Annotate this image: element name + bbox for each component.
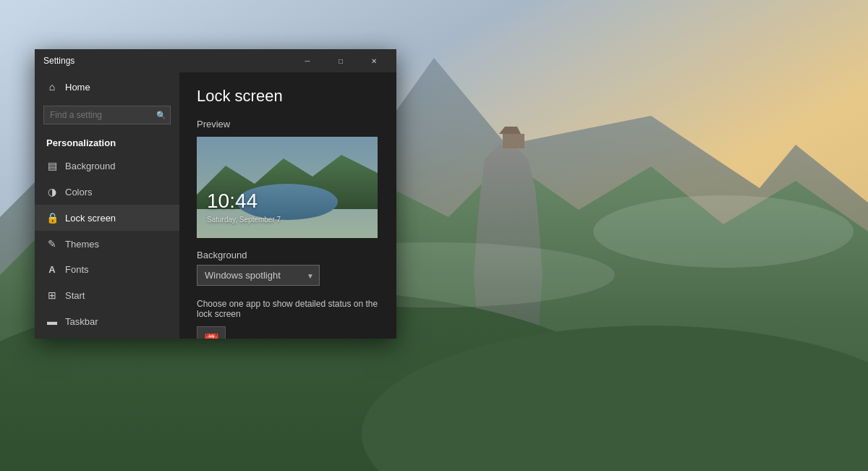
preview-time: 10:44 bbox=[207, 190, 258, 213]
minimize-button[interactable]: ─ bbox=[291, 49, 324, 72]
sidebar-item-lock-screen[interactable]: 🔒 Lock screen bbox=[35, 205, 179, 231]
app-detail-label: Choose one app to show detailed status o… bbox=[197, 299, 379, 319]
background-icon: ▤ bbox=[46, 160, 58, 171]
sidebar-item-themes-label: Themes bbox=[65, 239, 99, 250]
search-icon: 🔍 bbox=[156, 111, 166, 120]
fonts-icon: A bbox=[46, 264, 58, 275]
search-input[interactable] bbox=[43, 106, 171, 124]
svg-point-9 bbox=[593, 195, 854, 268]
svg-rect-4 bbox=[503, 134, 524, 148]
sidebar-item-start[interactable]: ⊞ Start bbox=[35, 282, 179, 308]
sidebar-item-taskbar-label: Taskbar bbox=[65, 316, 98, 327]
home-icon: ⌂ bbox=[46, 81, 58, 93]
sidebar-section-title: Personalization bbox=[35, 132, 179, 153]
sidebar-item-lock-screen-label: Lock screen bbox=[65, 213, 116, 224]
window-title: Settings bbox=[43, 56, 75, 66]
background-dropdown-wrap: Windows spotlight Picture Slideshow ▼ bbox=[197, 265, 320, 286]
taskbar-icon: ▬ bbox=[46, 315, 58, 327]
sidebar-item-colors-label: Colors bbox=[65, 187, 93, 198]
sidebar-item-background-label: Background bbox=[65, 161, 115, 171]
title-bar-controls: ─ □ ✕ bbox=[291, 49, 391, 72]
sidebar-item-start-label: Start bbox=[65, 290, 85, 301]
sidebar: ⌂ Home 🔍 Personalization ▤ Background ◑ … bbox=[35, 72, 179, 339]
colors-icon: ◑ bbox=[46, 186, 58, 198]
sidebar-item-colors[interactable]: ◑ Colors bbox=[35, 179, 179, 205]
preview-label: Preview bbox=[197, 119, 379, 130]
lock-screen-icon: 🔒 bbox=[46, 212, 58, 224]
preview-date: Saturday, September 7 bbox=[207, 216, 281, 224]
window-body: ⌂ Home 🔍 Personalization ▤ Background ◑ … bbox=[35, 72, 396, 339]
sidebar-item-home[interactable]: ⌂ Home bbox=[35, 72, 179, 101]
page-title: Lock screen bbox=[197, 87, 379, 106]
settings-window: Settings ─ □ ✕ ⌂ Home 🔍 Personalization bbox=[35, 49, 396, 339]
maximize-button[interactable]: □ bbox=[324, 49, 357, 72]
sidebar-item-fonts[interactable]: A Fonts bbox=[35, 257, 179, 282]
calendar-icon: 📅 bbox=[203, 333, 219, 339]
app-detail-button[interactable]: 📅 bbox=[197, 326, 226, 339]
main-content: Lock screen Preview bbox=[179, 72, 396, 339]
sidebar-item-fonts-label: Fonts bbox=[65, 264, 89, 275]
background-label: Background bbox=[197, 250, 379, 260]
lock-screen-preview: 10:44 Saturday, September 7 bbox=[197, 137, 378, 238]
sidebar-home-label: Home bbox=[65, 82, 90, 93]
background-dropdown[interactable]: Windows spotlight Picture Slideshow bbox=[197, 265, 320, 286]
sidebar-item-themes[interactable]: ✎ Themes bbox=[35, 231, 179, 257]
sidebar-item-background[interactable]: ▤ Background bbox=[35, 153, 179, 179]
sidebar-item-taskbar[interactable]: ▬ Taskbar bbox=[35, 308, 179, 334]
title-bar: Settings ─ □ ✕ bbox=[35, 49, 396, 72]
search-box: 🔍 bbox=[43, 106, 171, 124]
themes-icon: ✎ bbox=[46, 238, 58, 250]
start-icon: ⊞ bbox=[46, 289, 58, 301]
close-button[interactable]: ✕ bbox=[357, 49, 391, 72]
